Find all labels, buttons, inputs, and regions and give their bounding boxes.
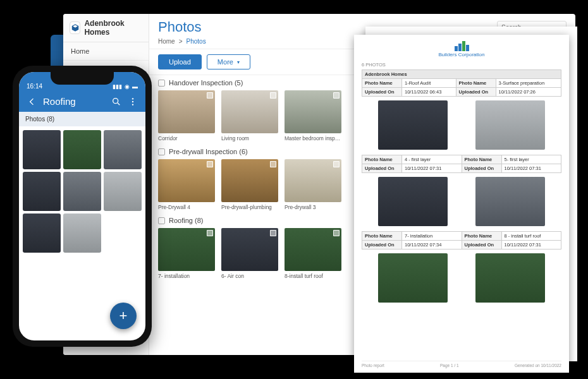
phone-thumb[interactable] bbox=[63, 172, 101, 211]
thumb-checkbox[interactable] bbox=[270, 92, 276, 99]
thumb-predrywall-3[interactable]: Pre-drywall 3 bbox=[285, 159, 341, 210]
photo-thumbnail bbox=[221, 90, 278, 133]
cell: 10/11/2022 07:31 bbox=[501, 241, 561, 250]
brand-name: Adenbrook Homes bbox=[84, 19, 142, 37]
thumb-checkbox[interactable] bbox=[207, 161, 213, 167]
col-photo-name: Photo Name bbox=[462, 155, 501, 164]
thumb-checkbox[interactable] bbox=[333, 230, 340, 236]
phone-frame: 16:14 ▮▮▮ ◉ ▬ Roofing Photos (8) bbox=[13, 66, 152, 347]
col-photo-name: Photo Name bbox=[362, 232, 402, 241]
svg-point-2 bbox=[132, 98, 133, 99]
report-photo bbox=[378, 253, 448, 303]
thumb-label: Master bedroom inspection-2 bbox=[285, 133, 341, 141]
signal-icon: ▮▮▮ bbox=[113, 83, 122, 90]
thumb-roof-install[interactable]: 7- installation bbox=[158, 228, 215, 279]
crumb-home[interactable]: Home bbox=[158, 38, 175, 45]
phone-thumb[interactable] bbox=[23, 214, 61, 253]
brand-logo-icon bbox=[70, 21, 80, 34]
col-uploaded-on: Uploaded On bbox=[456, 88, 496, 97]
phone-thumb[interactable] bbox=[63, 130, 101, 169]
thumb-corridor[interactable]: Corridor bbox=[158, 90, 215, 141]
cell: 10/11/2022 06:43 bbox=[402, 88, 456, 97]
report-photo bbox=[378, 177, 448, 226]
thumb-living-room[interactable]: Living room bbox=[221, 90, 278, 141]
more-vert-icon[interactable] bbox=[128, 97, 138, 107]
phone-thumb[interactable] bbox=[104, 130, 142, 169]
screen-title: Roofing bbox=[43, 96, 105, 107]
cell: 10/11/2022 07:31 bbox=[501, 164, 561, 173]
phone-thumb[interactable] bbox=[23, 172, 61, 211]
thumb-label: Corridor bbox=[158, 133, 215, 141]
app-brand: Adenbrook Homes bbox=[63, 14, 149, 42]
thumb-checkbox[interactable] bbox=[207, 92, 213, 99]
crumb-separator-icon: > bbox=[179, 38, 183, 45]
thumb-label: Living room bbox=[221, 133, 278, 141]
cell: 10/11/2022 07:26 bbox=[496, 88, 561, 97]
cell: 10/11/2022 07:34 bbox=[402, 241, 462, 250]
report-photo bbox=[475, 177, 545, 226]
thumb-checkbox[interactable] bbox=[207, 230, 213, 236]
cell: 1-Roof Audit bbox=[402, 79, 456, 88]
thumb-checkbox[interactable] bbox=[270, 161, 276, 167]
photo-thumbnail bbox=[285, 90, 341, 133]
col-photo-name: Photo Name bbox=[456, 79, 496, 88]
thumb-checkbox[interactable] bbox=[270, 230, 276, 236]
thumb-roof-aircon[interactable]: 6- Air con bbox=[221, 228, 278, 279]
upload-button-label: Upload bbox=[169, 58, 191, 66]
photo-thumbnail bbox=[221, 159, 278, 202]
phone-thumb[interactable] bbox=[63, 214, 101, 253]
caret-down-icon: ▾ bbox=[237, 59, 240, 65]
col-photo-name: Photo Name bbox=[362, 79, 402, 88]
wifi-icon: ◉ bbox=[125, 83, 130, 90]
photo-thumbnail bbox=[158, 228, 215, 271]
svg-point-3 bbox=[132, 100, 133, 102]
add-photo-fab[interactable]: + bbox=[110, 303, 137, 329]
upload-button[interactable]: Upload bbox=[158, 54, 202, 69]
group-checkbox[interactable] bbox=[158, 148, 165, 155]
search-icon[interactable] bbox=[111, 97, 121, 107]
phone-thumb[interactable] bbox=[104, 172, 142, 211]
svg-point-4 bbox=[132, 104, 133, 105]
more-button[interactable]: More ▾ bbox=[207, 54, 250, 69]
nav-home[interactable]: Home bbox=[63, 42, 149, 61]
report-company-name: Builders Corporation bbox=[439, 52, 485, 57]
report-photo bbox=[378, 100, 448, 150]
footer-page: Page 1 / 1 bbox=[440, 363, 459, 368]
thumb-label: 6- Air con bbox=[221, 271, 278, 279]
group-checkbox[interactable] bbox=[158, 80, 165, 87]
group-title: Roofing (8) bbox=[169, 217, 203, 224]
col-uploaded-on: Uploaded On bbox=[362, 164, 402, 173]
thumb-roof-turf[interactable]: 8-install turf roof bbox=[285, 228, 341, 279]
photo-thumbnail bbox=[158, 90, 215, 133]
footer-generated: Generated on 10/11/2022 bbox=[515, 363, 561, 368]
buildings-icon bbox=[455, 41, 469, 51]
report-photo-count: 6 PHOTOS bbox=[362, 62, 561, 68]
report-footer: Photo report Page 1 / 1 Generated on 10/… bbox=[362, 361, 561, 368]
group-checkbox[interactable] bbox=[158, 217, 165, 224]
photo-thumbnail bbox=[221, 228, 278, 271]
app-bar: Roofing bbox=[19, 91, 145, 112]
thumb-label: Pre-drywall 3 bbox=[285, 202, 341, 210]
report-page: Builders Corporation 6 PHOTOS Adenbrook … bbox=[354, 35, 569, 373]
svg-point-0 bbox=[113, 98, 118, 103]
thumb-predrywall-4[interactable]: Pre-Drywall 4 bbox=[158, 159, 215, 210]
report-photo bbox=[475, 100, 545, 150]
report-table: Adenbrook Homes Photo Name 1-Roof Audit … bbox=[362, 69, 561, 97]
cell: 8 - install turf roof bbox=[501, 232, 561, 241]
thumb-checkbox[interactable] bbox=[333, 92, 340, 99]
report-table: Photo Name 7- installation Photo Name 8 … bbox=[362, 231, 561, 250]
photo-thumbnail bbox=[285, 159, 341, 202]
group-title: Handover Inspection (5) bbox=[169, 79, 243, 87]
phone-thumb[interactable] bbox=[23, 130, 61, 169]
thumb-checkbox[interactable] bbox=[333, 161, 340, 167]
col-uploaded-on: Uploaded On bbox=[362, 241, 402, 250]
thumb-predrywall-plumbing[interactable]: Pre-drywall-plumbing bbox=[221, 159, 278, 210]
status-icons: ▮▮▮ ◉ ▬ bbox=[113, 83, 138, 90]
col-uploaded-on: Uploaded On bbox=[462, 241, 501, 250]
thumb-label: Pre-drywall-plumbing bbox=[221, 202, 278, 210]
back-icon[interactable] bbox=[27, 97, 37, 107]
col-uploaded-on: Uploaded On bbox=[362, 88, 402, 97]
thumb-master-bedroom[interactable]: Master bedroom inspection-2 bbox=[285, 90, 341, 141]
phone-screen: 16:14 ▮▮▮ ◉ ▬ Roofing Photos (8) bbox=[19, 72, 145, 340]
report-table: Photo Name 4 - first layer Photo Name 5-… bbox=[362, 155, 561, 173]
